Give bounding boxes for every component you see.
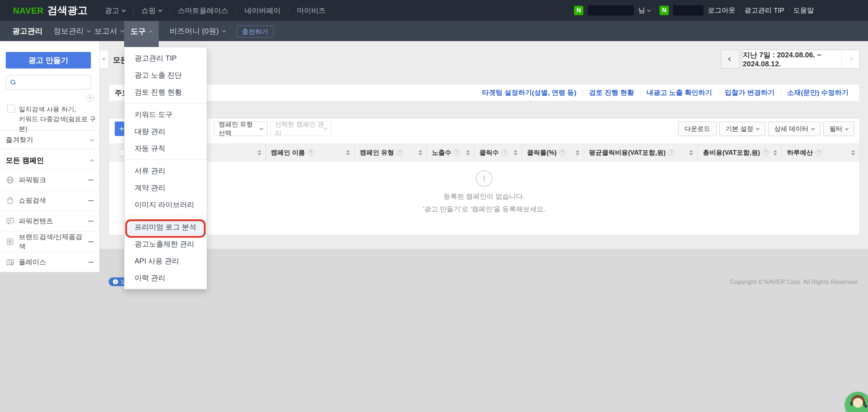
- top-nav-ad[interactable]: 광고: [97, 6, 133, 16]
- menu-item-review-status[interactable]: 검토 진행 현황: [124, 84, 207, 101]
- link-targeting-settings[interactable]: 타겟팅 설정하기(성별, 연령 등): [482, 88, 577, 97]
- help-icon[interactable]: ?: [454, 149, 460, 156]
- sidebar-item-shopping-search[interactable]: 쇼핑검색: [0, 190, 99, 211]
- sidebar-item-favorites[interactable]: 즐겨찾기: [0, 132, 99, 148]
- basic-settings-button[interactable]: 기본 설정: [719, 122, 765, 136]
- menu-report[interactable]: 보고서: [95, 21, 124, 41]
- chat-bubble-icon: [6, 217, 14, 225]
- menu-ad-management[interactable]: 광고관리: [12, 21, 43, 41]
- help-icon[interactable]: ?: [396, 149, 403, 156]
- collapse-minus-icon[interactable]: [88, 262, 93, 263]
- filter-button[interactable]: 필터: [823, 122, 854, 136]
- header-total-cost[interactable]: 총비용(VAT포함,원)?: [697, 144, 781, 161]
- menu-tools[interactable]: 도구: [124, 21, 159, 47]
- help-icon[interactable]: ?: [668, 149, 675, 156]
- bag-icon: [6, 196, 14, 205]
- menu-bizmoney[interactable]: 비즈머니 (0원): [170, 21, 225, 41]
- menu-info-management[interactable]: 정보관리: [53, 21, 90, 41]
- tools-menu-group-3: 서류 관리 계약 관리 이미지 라이브러리: [124, 159, 207, 216]
- naver-logo: NAVER: [13, 6, 44, 16]
- search-input[interactable]: [13, 77, 97, 88]
- sort-icon[interactable]: [514, 150, 517, 155]
- sort-icon[interactable]: [773, 150, 777, 155]
- chevron-down-icon: [647, 8, 651, 12]
- chevron-up-icon: [149, 30, 153, 34]
- sort-icon[interactable]: [466, 150, 470, 155]
- sort-icon[interactable]: [346, 150, 350, 155]
- header-campaign-name[interactable]: 캠페인 이름?: [266, 144, 355, 161]
- ad-tip-link[interactable]: 광고관리 TIP: [744, 6, 784, 15]
- top-nav-mybiz[interactable]: 마이비즈: [289, 6, 334, 16]
- menu-item-premium-log-analysis[interactable]: 프리미엄 로그 분석: [124, 219, 207, 236]
- naver-id-badge-icon: N: [574, 6, 583, 15]
- link-edit-creative[interactable]: 소재(문안) 수정하기: [787, 88, 849, 97]
- detail-data-button[interactable]: 상세 데이터: [768, 122, 820, 136]
- header-daily-budget[interactable]: 하루예산?: [781, 144, 859, 161]
- sidebar-item-all-campaigns[interactable]: 모든 캠페인: [0, 152, 99, 168]
- account-menu[interactable]: 님: [638, 6, 650, 15]
- menu-item-ad-tip[interactable]: 광고관리 TIP: [124, 50, 207, 67]
- help-icon[interactable]: ?: [559, 149, 566, 156]
- sidebar-item-powerlink[interactable]: 파워링크: [0, 170, 99, 190]
- link-check-ad-exposure[interactable]: 내광고 노출 확인하기: [646, 88, 712, 97]
- menu-item-bulk-management[interactable]: 대량 관리: [124, 123, 207, 140]
- brand-logo[interactable]: NAVER 검색광고: [13, 4, 88, 17]
- menu-item-api-usage[interactable]: API 사용 관리: [124, 253, 207, 269]
- sort-icon[interactable]: [576, 150, 579, 155]
- menu-item-document-management[interactable]: 서류 관리: [124, 162, 207, 179]
- sidebar-collapse-button[interactable]: <: [100, 50, 109, 69]
- selected-campaign-manage-select[interactable]: 선택한 캠페인 관리: [270, 122, 332, 136]
- menu-item-history-management[interactable]: 이력 관리: [124, 269, 207, 286]
- collapse-minus-icon[interactable]: [88, 200, 93, 201]
- help-icon[interactable]: ?: [763, 149, 769, 156]
- link-change-bid[interactable]: 입찰가 변경하기: [725, 88, 775, 97]
- menu-item-image-library[interactable]: 이미지 라이브러리: [124, 196, 207, 213]
- chat-support-avatar[interactable]: [845, 392, 868, 412]
- date-prev-button[interactable]: [721, 50, 740, 69]
- menu-item-ad-exposure-restriction[interactable]: 광고노출제한 관리: [124, 236, 207, 253]
- date-range-box[interactable]: 지난 7일 : 2024.08.06. ~ 2024.08.12.: [742, 50, 860, 69]
- sidebar-item-place[interactable]: 플레이스: [0, 252, 99, 272]
- menu-item-ad-exposure-diagnosis[interactable]: 광고 노출 진단: [124, 67, 207, 84]
- collapse-minus-icon[interactable]: [88, 180, 93, 180]
- top-nav-naverpay[interactable]: 네이버페이: [237, 6, 289, 16]
- collapse-minus-icon[interactable]: [88, 221, 93, 222]
- exclamation-circle-icon: !: [476, 170, 492, 187]
- help-icon[interactable]: ?: [815, 149, 822, 156]
- charge-button[interactable]: 충전하기: [237, 26, 273, 38]
- campaign-search-box[interactable]: [6, 75, 91, 89]
- sort-icon[interactable]: [258, 150, 261, 155]
- help-link[interactable]: 도움말: [793, 6, 814, 15]
- header-avg-cpc[interactable]: 평균클릭비용(VAT포함,원)?: [584, 144, 698, 161]
- tools-menu-group-4: 프리미엄 로그 분석 광고노출제한 관리 API 사용 관리 이력 관리: [124, 216, 207, 289]
- menu-item-keyword-tool[interactable]: 키워드 도구: [124, 106, 207, 123]
- sort-icon[interactable]: [689, 150, 693, 155]
- match-search-checkbox[interactable]: [7, 105, 15, 113]
- menu-item-contract-management[interactable]: 계약 관리: [124, 179, 207, 196]
- logout-link[interactable]: 로그아웃: [708, 6, 735, 15]
- match-search-label[interactable]: 일치검색 사용 하기,키워드 다중검색(쉼표로 구분): [19, 105, 99, 134]
- collapse-minus-icon[interactable]: [88, 241, 93, 242]
- search-help-icon[interactable]: ?: [86, 95, 93, 102]
- sort-icon[interactable]: [851, 150, 855, 155]
- empty-message-line2: '광고 만들기'로 '캠페인'을 등록해보세요.: [423, 205, 545, 214]
- summary-bar: 주요 타겟팅 설정하기(성별, 연령 등) 검토 진행 현황 내광고 노출 확인…: [109, 84, 860, 101]
- menu-item-auto-rules[interactable]: 자동 규칙: [124, 140, 207, 157]
- top-nav-smartplace[interactable]: 스마트플레이스: [170, 6, 236, 16]
- date-next-button[interactable]: [841, 50, 859, 68]
- header-campaign-type[interactable]: 캠페인 유형?: [354, 144, 426, 161]
- top-nav-shopping[interactable]: 쇼핑: [133, 6, 170, 16]
- header-impressions[interactable]: 노출수?: [426, 144, 474, 161]
- download-button[interactable]: 다운로드: [678, 122, 716, 136]
- sort-icon[interactable]: [418, 150, 422, 155]
- header-ctr[interactable]: 클릭률(%)?: [522, 144, 584, 161]
- sidebar-item-powercontents[interactable]: 파워컨텐츠: [0, 211, 99, 231]
- header-clicks[interactable]: 클릭수?: [474, 144, 522, 161]
- campaign-type-select[interactable]: 캠페인 유형 선택: [214, 122, 267, 136]
- create-ad-button[interactable]: 광고 만들기: [6, 52, 91, 69]
- help-icon[interactable]: ?: [308, 149, 314, 156]
- match-search-option: 일치검색 사용 하기,키워드 다중검색(쉼표로 구분): [7, 105, 99, 134]
- sidebar-item-brand-search[interactable]: 브랜드검색/신제품검색: [0, 231, 99, 252]
- help-icon[interactable]: ?: [501, 149, 508, 156]
- link-review-status[interactable]: 검토 진행 현황: [589, 88, 634, 97]
